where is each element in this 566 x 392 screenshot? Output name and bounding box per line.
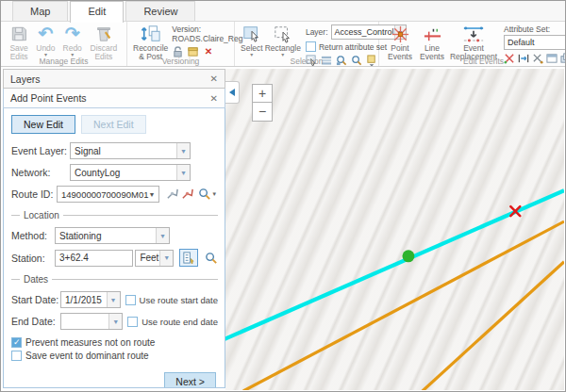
network-dropdown[interactable]: CountyLog ▼: [70, 164, 191, 181]
dropdown-arrow-icon: ▼: [156, 228, 169, 243]
layers-pane-header[interactable]: Layers ✕: [3, 69, 225, 89]
ribbon-group-edit-events: Point Events Line Events Event Replaceme…: [379, 22, 566, 66]
prevent-measures-checkbox[interactable]: [11, 337, 22, 348]
add-point-events-header[interactable]: Add Point Events ✕: [3, 89, 225, 108]
zoom-to-route-icon[interactable]: ▼: [198, 188, 218, 202]
dropdown-arrow-icon: ▼: [107, 292, 120, 307]
trash-icon: [95, 24, 112, 44]
attribute-set-dropdown[interactable]: Default ▼: [504, 35, 566, 50]
select-button[interactable]: Select ▾: [241, 24, 263, 57]
use-route-start-date-label: Use route start date: [140, 295, 218, 305]
tab-edit[interactable]: Edit: [70, 1, 124, 23]
location-section-label: Location: [24, 210, 59, 220]
method-label: Method:: [11, 230, 55, 241]
application-window: Map Edit Review Save Edits ↶ Undo ▾ ↷ Re…: [0, 0, 566, 392]
left-panel-stack: Layers ✕ Add Point Events ✕ New Edit Nex…: [3, 69, 225, 388]
version-label: Version:: [172, 24, 242, 34]
close-icon[interactable]: ✕: [210, 93, 218, 104]
station-picker-tool-button[interactable]: [179, 249, 197, 267]
return-attribute-set-label: Return attribute set: [319, 42, 387, 52]
rectangle-button[interactable]: Rectangle ▾: [265, 24, 301, 57]
layer-label: Layer:: [306, 27, 328, 37]
save-dominant-route-label: Save event to dominant route: [25, 351, 149, 361]
ribbon-group-versioning: Reconcile & Post Version: ROADS.Claire_R…: [127, 22, 235, 66]
point-event-marker[interactable]: [402, 250, 414, 262]
ribbon: Save Edits ↶ Undo ▾ ↷ Redo ▾ Discard Edi…: [1, 22, 565, 67]
route-id-combo[interactable]: 14900000700090M01 ▼: [57, 186, 159, 203]
station-label: Station:: [11, 253, 55, 264]
use-route-end-date-checkbox[interactable]: [127, 317, 138, 327]
use-route-start-date-checkbox[interactable]: [125, 295, 136, 305]
route-id-label: Route ID:: [11, 188, 57, 200]
map-view[interactable]: + −: [225, 69, 564, 390]
ribbon-group-manage-edits: Save Edits ↶ Undo ▾ ↷ Redo ▾ Discard Edi…: [1, 22, 127, 66]
map-graphics: [225, 69, 564, 390]
dropdown-arrow-icon: ▼: [108, 314, 122, 329]
dates-section-divider: Dates: [11, 274, 218, 285]
reconcile-icon: [141, 24, 161, 44]
start-date-combo[interactable]: 1/1/2015 ▼: [60, 291, 121, 308]
tab-review[interactable]: Review: [125, 1, 195, 21]
add-point-events-title: Add Point Events: [10, 92, 87, 104]
end-date-combo[interactable]: ▼: [60, 313, 123, 330]
event-layer-label: Event Layer:: [11, 145, 70, 156]
location-section-divider: Location: [11, 210, 218, 220]
event-layer-dropdown[interactable]: Signal ▼: [70, 142, 191, 159]
undo-icon: ↶: [38, 24, 53, 44]
line-events-icon: [423, 24, 442, 44]
method-dropdown[interactable]: Stationing ▼: [55, 227, 170, 244]
redo-button[interactable]: ↷ Redo ▾: [60, 24, 85, 57]
collapse-panel-button[interactable]: [225, 81, 240, 104]
event-replacement-icon: [462, 24, 485, 44]
chevron-left-icon: [229, 89, 235, 96]
select-route-icon[interactable]: [165, 188, 179, 202]
tab-map[interactable]: Map: [12, 1, 68, 21]
network-label: Network:: [11, 167, 70, 178]
road-line: [423, 262, 564, 390]
dates-section-label: Dates: [24, 274, 48, 285]
add-point-events-body: New Edit Next Edit Event Layer: Signal ▼…: [3, 108, 225, 388]
close-icon[interactable]: ✕: [210, 74, 218, 84]
zoom-out-button[interactable]: −: [252, 103, 273, 122]
save-icon: [9, 24, 28, 44]
station-input[interactable]: 3+62.4: [55, 250, 133, 267]
return-attribute-set-checkbox[interactable]: [306, 41, 316, 52]
dropdown-arrow-icon: ▼: [148, 191, 158, 198]
end-date-label: End Date:: [11, 316, 60, 327]
layers-pane-title: Layers: [10, 74, 41, 85]
start-date-label: Start Date:: [11, 294, 60, 305]
ribbon-group-selection: Select ▾ Rectangle ▾ Layer: Access_Contr…: [235, 22, 379, 66]
prevent-measures-label: Prevent measures not on route: [25, 337, 155, 348]
group-label-manage-edits: Manage Edits: [1, 57, 126, 66]
redo-icon: ↷: [65, 24, 80, 44]
version-value: ROADS.Claire_Reg: [172, 34, 242, 43]
next-button[interactable]: Next >: [164, 372, 216, 388]
undo-button[interactable]: ↶ Undo ▾: [33, 24, 58, 57]
use-route-end-date-label: Use route end date: [142, 317, 218, 327]
zoom-in-button[interactable]: +: [252, 84, 273, 103]
dropdown-arrow-icon: ▼: [211, 191, 217, 197]
dropdown-arrow-icon: ▼: [159, 251, 173, 266]
save-dominant-route-checkbox[interactable]: [11, 351, 22, 361]
select-cursor-icon: [242, 24, 261, 44]
ribbon-tab-bar: Map Edit Review: [1, 1, 565, 22]
dropdown-arrow-icon: ▼: [176, 143, 190, 158]
units-dropdown[interactable]: Feet ▼: [135, 250, 174, 267]
rectangle-select-icon: [274, 24, 292, 44]
dropdown-arrow-icon: ▼: [176, 165, 190, 180]
select-route-on-map-icon[interactable]: [181, 188, 195, 202]
attribute-set-label: Attribute Set:: [504, 24, 566, 34]
group-label-versioning: Versioning: [127, 57, 234, 66]
group-label-edit-events: Edit Events: [379, 57, 566, 66]
new-edit-button[interactable]: New Edit: [11, 115, 75, 134]
map-zoom-control: + −: [252, 84, 273, 122]
next-edit-button[interactable]: Next Edit: [81, 115, 146, 134]
group-label-selection: Selection: [235, 57, 378, 66]
point-events-icon: [391, 24, 410, 44]
zoom-to-station-icon[interactable]: [205, 251, 218, 265]
